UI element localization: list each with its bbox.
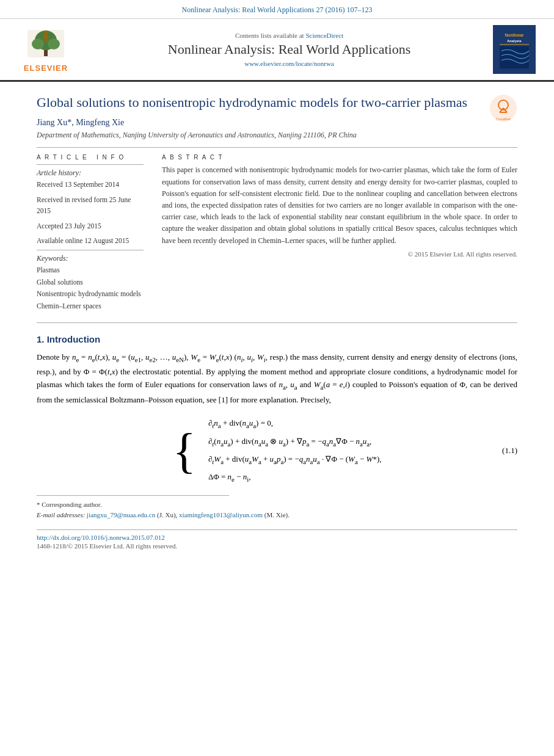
- eq-line-3: ∂tWa + div(uaWa + uapa) = −qanaua · ∇Φ −…: [208, 451, 382, 468]
- abstract-text: This paper is concerned with nonisentrop…: [162, 164, 517, 246]
- svg-rect-11: [500, 46, 529, 68]
- equation-number: (1.1): [502, 446, 517, 456]
- keywords-divider: [37, 250, 144, 250]
- svg-point-3: [32, 38, 44, 49]
- journal-logo-right: Nonlinear Analysis: [493, 25, 536, 74]
- elsevier-brand-text: ELSEVIER: [24, 64, 68, 73]
- header-divider: [37, 147, 517, 148]
- crossmark-icon: CrossMark: [489, 94, 517, 122]
- abstract-copyright: © 2015 Elsevier Ltd. All rights reserved…: [162, 250, 517, 258]
- svg-rect-6: [43, 35, 48, 42]
- article-info-abstract: A R T I C L E I N F O Article history: R…: [37, 154, 517, 312]
- elsevier-logo: ELSEVIER: [18, 27, 73, 73]
- journal-center: Contents lists available at ScienceDirec…: [86, 32, 493, 67]
- contents-text: Contents lists available at: [235, 32, 304, 39]
- keyword-4: Chemin–Lerner spaces: [37, 300, 144, 313]
- introduction-section: 1. Introduction Denote by ne = ne(t,x), …: [37, 334, 517, 487]
- contents-available-line: Contents lists available at ScienceDirec…: [86, 32, 493, 39]
- article-info-column: A R T I C L E I N F O Article history: R…: [37, 154, 144, 312]
- received-revised-date: Received in revised form 25 June 2015: [37, 194, 144, 217]
- journal-title: Nonlinear Analysis: Real World Applicati…: [86, 42, 493, 57]
- content-divider: [37, 322, 517, 323]
- abstract-column: A B S T R A C T This paper is concerned …: [162, 154, 517, 312]
- email-line: E-mail addresses: jiangxu_79@nuaa.edu.cn…: [37, 510, 517, 521]
- keywords-label: Keywords:: [37, 254, 144, 263]
- sciencedirect-link[interactable]: ScienceDirect: [305, 32, 343, 39]
- journal-url: www.elsevier.com/locate/nonrwa: [86, 60, 493, 67]
- authors: Jiang Xu*, Mingfeng Xie: [37, 118, 517, 128]
- nonlinear-analysis-cover-icon: Nonlinear Analysis: [496, 27, 533, 71]
- doi-copyright: 1468-1218/© 2015 Elsevier Ltd. All right…: [37, 542, 517, 550]
- journal-header: ELSEVIER Contents lists available at Sci…: [0, 19, 554, 82]
- doi-section: http://dx.doi.org/10.1016/j.nonrwa.2015.…: [37, 529, 517, 550]
- received-date: Received 13 September 2014: [37, 179, 144, 190]
- email-xu[interactable]: jiangxu_79@nuaa.edu.cn: [87, 511, 155, 518]
- elsevier-tree-icon: [24, 27, 67, 64]
- crossmark-badge[interactable]: CrossMark: [489, 94, 517, 122]
- keywords-list: Plasmas Global solutions Nonisentropic h…: [37, 264, 144, 312]
- svg-text:Analysis: Analysis: [507, 39, 522, 43]
- abstract-heading: A B S T R A C T: [162, 154, 517, 161]
- email-xie[interactable]: xiamingfeng1013@aliyun.com: [179, 511, 263, 518]
- affiliation: Department of Mathematics, Nanjing Unive…: [37, 130, 517, 140]
- svg-text:Nonlinear: Nonlinear: [505, 33, 524, 37]
- equation-lines-container: ∂tna + div(naua) = 0, ∂t(naua) + div(nau…: [208, 415, 382, 486]
- footnote-divider: [37, 495, 229, 496]
- svg-point-4: [48, 38, 60, 49]
- footnote: * Corresponding author. E-mail addresses…: [37, 500, 517, 521]
- article-info-heading: A R T I C L E I N F O: [37, 154, 144, 161]
- keyword-2: Global solutions: [37, 277, 144, 289]
- svg-text:CrossMark: CrossMark: [496, 117, 511, 121]
- eq-line-1: ∂tna + div(naua) = 0,: [208, 415, 382, 432]
- eq-line-4: ΔΦ = ne − ni,: [208, 468, 382, 486]
- article-title: Global solutions to nonisentropic hydrod…: [37, 94, 517, 112]
- brace-symbol: {: [172, 426, 195, 475]
- introduction-heading: 1. Introduction: [37, 334, 517, 344]
- accepted-date: Accepted 23 July 2015: [37, 220, 144, 231]
- article-info-divider: [37, 164, 144, 165]
- equation-1-1: { ∂tna + div(naua) = 0, ∂t(naua) + div(n…: [37, 415, 517, 486]
- equation-inner: { ∂tna + div(naua) = 0, ∂t(naua) + div(n…: [172, 415, 381, 486]
- corresponding-author-note: * Corresponding author.: [37, 500, 517, 511]
- svg-point-5: [43, 31, 48, 35]
- journal-citation: Nonlinear Analysis: Real World Applicati…: [0, 0, 554, 19]
- journal-citation-link[interactable]: Nonlinear Analysis: Real World Applicati…: [182, 5, 373, 14]
- eq-line-2: ∂t(naua) + div(naua ⊗ ua) + ∇pa = −qana∇…: [208, 433, 382, 451]
- main-content: Global solutions to nonisentropic hydrod…: [0, 82, 554, 562]
- available-date: Available online 12 August 2015: [37, 235, 144, 246]
- keyword-1: Plasmas: [37, 264, 144, 277]
- doi-link-line: http://dx.doi.org/10.1016/j.nonrwa.2015.…: [37, 534, 517, 541]
- intro-paragraph: Denote by ne = ne(t,x), ue = (ue1, ue2, …: [37, 351, 517, 407]
- keyword-3: Nonisentropic hydrodynamic models: [37, 288, 144, 300]
- history-label: Article history:: [37, 169, 144, 178]
- doi-link[interactable]: http://dx.doi.org/10.1016/j.nonrwa.2015.…: [37, 534, 165, 541]
